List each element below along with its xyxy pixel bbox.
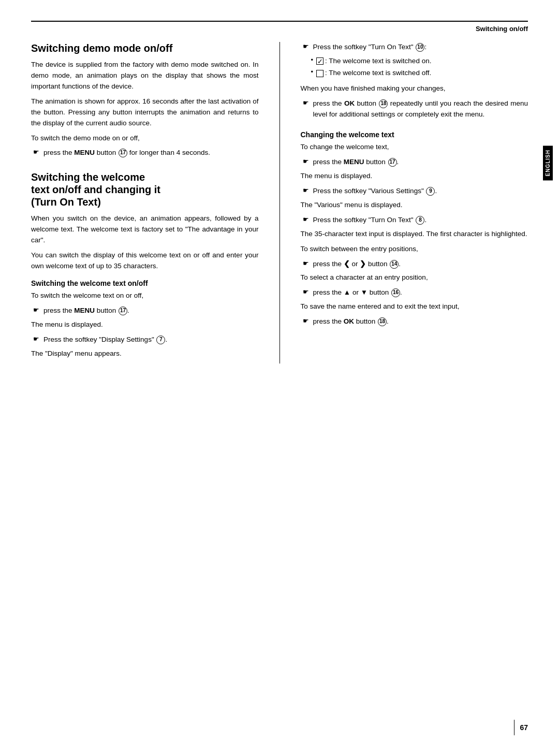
page-container: Switching on/off Switching demo mode on/…	[0, 0, 559, 756]
ok-button-bullet2: ☛ press the OK button 18.	[303, 316, 528, 327]
bullet-dot-2: •	[311, 68, 314, 76]
sub-bullet-on: • ✓: The welcome text is switched on.	[311, 56, 528, 66]
demo-para-2: The animation is shown for approx. 16 se…	[31, 96, 259, 129]
right-column: ENGLISH ☛ Press the softkey "Turn On Tex…	[301, 42, 528, 364]
various-settings-bullet: ☛ Press the softkey "Various Settings" 9…	[303, 186, 528, 197]
bullet-arrow-3: ☛	[33, 335, 39, 343]
turnon-text2-content: Press the softkey "Turn On Text" 8.	[313, 215, 427, 226]
footer-line	[514, 720, 514, 735]
circle-14: 14	[390, 260, 399, 269]
ok-button-text: press the OK button 18 repeatedly until …	[313, 98, 528, 120]
change-intro: To change the welcome text,	[301, 142, 528, 153]
ud-button-bullet: ☛ press the ▲ or ▼ button 16.	[303, 287, 528, 298]
changing-welcome-subtitle: Changing the welcome text	[301, 130, 528, 139]
finish-changes-para: When you have finished making your chang…	[301, 83, 528, 94]
various-menu-displayed: The "Various" menu is displayed.	[301, 200, 528, 211]
circle-17b: 17	[119, 307, 127, 315]
bullet-arrow-r8: ☛	[303, 317, 309, 325]
bullet-arrow-r3: ☛	[303, 157, 309, 165]
switch-intro: To switch the welcome text on or off,	[31, 290, 259, 301]
bullet-dot-1: •	[311, 56, 314, 64]
welcome-section-title: Switching the welcometext on/off and cha…	[31, 171, 259, 208]
bullet-arrow-r4: ☛	[303, 186, 309, 194]
circle-18: 18	[379, 99, 388, 108]
change-menu-text: press the MENU button 17.	[313, 157, 399, 168]
change-menu-bullet: ☛ press the MENU button 17.	[303, 157, 528, 168]
ud-button-text: press the ▲ or ▼ button 16.	[313, 287, 402, 298]
various-settings-text: Press the softkey "Various Settings" 9.	[313, 186, 437, 197]
left-column: Switching demo mode on/off The device is…	[31, 42, 259, 364]
bullet-arrow-2: ☛	[33, 306, 39, 314]
circle-9: 9	[426, 187, 435, 196]
language-tab: ENGLISH	[543, 146, 553, 180]
bullet-arrow-r2: ☛	[303, 99, 309, 107]
circle-16: 16	[391, 288, 400, 297]
page-number: 67	[520, 723, 528, 732]
ok-button-bullet: ☛ press the OK button 18 repeatedly unti…	[303, 98, 528, 120]
header-title: Switching on/off	[476, 25, 528, 33]
lr-button-bullet: ☛ press the ❮ or ❯ button 14.	[303, 259, 528, 270]
turnon-text-content: Press the softkey "Turn On Text" 10:	[313, 42, 427, 53]
page-footer: 67	[514, 720, 528, 735]
welcome-para-2: You can switch the display of this welco…	[31, 250, 259, 272]
turnon-text-bullet: ☛ Press the softkey "Turn On Text" 10:	[303, 42, 528, 53]
header-rule	[31, 21, 528, 22]
menu-displayed-1: The menu is displayed.	[31, 319, 259, 330]
sub-bullet-off-text: : The welcome text is switched off.	[316, 68, 431, 78]
switch-entry-intro: To switch between the entry positions,	[301, 244, 528, 255]
circle-17: 17	[119, 149, 127, 157]
save-exit-intro: To save the name entered and to exit the…	[301, 301, 528, 312]
menu-displayed-2: The menu is displayed.	[301, 171, 528, 182]
circle-7: 7	[156, 336, 165, 344]
circle-18b: 18	[378, 317, 387, 326]
bullet-arrow: ☛	[33, 148, 39, 156]
display-settings-bullet: ☛ Press the softkey "Display Settings" 7…	[33, 335, 259, 345]
select-char-intro: To select a character at an entry positi…	[301, 272, 528, 283]
demo-menu-text: press the MENU button 17 for longer than…	[43, 148, 210, 158]
top-header: Switching on/off	[31, 25, 528, 33]
display-settings-text: Press the softkey "Display Settings" 7.	[43, 335, 167, 345]
demo-section-title: Switching demo mode on/off	[31, 42, 259, 54]
bullet-arrow-r5: ☛	[303, 215, 309, 223]
switch-welcome-subtitle: Switching the welcome text on/off	[31, 279, 259, 287]
column-divider	[280, 42, 280, 364]
sub-bullet-off: • : The welcome text is switched off.	[311, 68, 528, 78]
bullet-arrow-r7: ☛	[303, 288, 309, 296]
demo-menu-bullet: ☛ press the MENU button 17 for longer th…	[33, 148, 259, 158]
circle-17c: 17	[388, 158, 397, 167]
two-col-layout: Switching demo mode on/off The device is…	[31, 42, 528, 364]
circle-10: 10	[416, 43, 424, 52]
switch-menu-text: press the MENU button 17.	[43, 306, 129, 316]
lr-button-text: press the ❮ or ❯ button 14.	[313, 259, 401, 270]
bullet-arrow-r1: ☛	[303, 42, 309, 50]
demo-para-3: To switch the demo mode on or off,	[31, 133, 259, 144]
bullet-arrow-r6: ☛	[303, 259, 309, 267]
ok-button-text2: press the OK button 18.	[313, 316, 389, 327]
display-menu-appears: The "Display" menu appears.	[31, 348, 259, 359]
text-input-displayed: The 35-character text input is displayed…	[301, 229, 528, 240]
turnon-text-bullet2: ☛ Press the softkey "Turn On Text" 8.	[303, 215, 528, 226]
sub-bullet-on-text: ✓: The welcome text is switched on.	[316, 56, 431, 66]
circle-8: 8	[416, 216, 424, 225]
switch-menu-bullet: ☛ press the MENU button 17.	[33, 306, 259, 316]
welcome-para-1: When you switch on the device, an animat…	[31, 213, 259, 246]
demo-para-1: The device is supplied from the factory …	[31, 60, 259, 92]
